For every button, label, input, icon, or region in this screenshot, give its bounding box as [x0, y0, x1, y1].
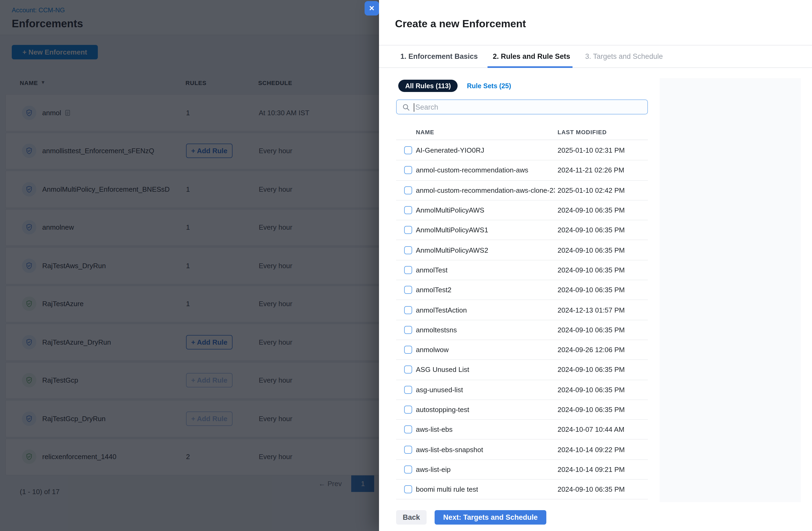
rule-checkbox[interactable]: [404, 226, 412, 234]
search-input[interactable]: [415, 100, 640, 114]
preview-panel: [659, 78, 801, 502]
rule-last-modified: 2024-09-10 06:35 PM: [557, 386, 625, 393]
rule-last-modified: 2025-01-10 02:42 PM: [557, 186, 625, 194]
rule-checkbox[interactable]: [404, 426, 412, 434]
rule-checkbox[interactable]: [404, 346, 412, 354]
rule-last-modified: 2024-09-10 06:35 PM: [557, 286, 625, 294]
rule-name: AI-Generated-YIO0RJ: [416, 146, 484, 154]
rule-name: anmolTest2: [416, 286, 451, 294]
rule-row[interactable]: anmol-custom-recommendation-aws-clone-23…: [396, 181, 648, 201]
rule-checkbox[interactable]: [404, 465, 412, 474]
rule-last-modified: 2024-11-21 02:26 PM: [557, 166, 624, 174]
rule-name: anmolwow: [416, 346, 449, 354]
rule-name: anmolTest: [416, 266, 448, 274]
rule-row[interactable]: asg-unused-list 2024-09-10 06:35 PM: [396, 380, 648, 400]
text-cursor: [414, 103, 414, 112]
rule-type-filter: All Rules (113) Rule Sets (25): [398, 80, 511, 92]
rule-name: anmol-custom-recommendation-aws-clone-23…: [416, 186, 555, 194]
rule-name: anmoltestsns: [416, 326, 457, 334]
rule-name: asg-unused-list: [416, 386, 463, 393]
rule-last-modified: 2025-01-10 02:31 PM: [557, 146, 625, 154]
rule-name: ASG Unused List: [416, 366, 469, 374]
rule-name: AnmolMultiPolicyAWS: [416, 206, 484, 214]
rule-name: boomi multi rule test: [416, 485, 478, 493]
rule-checkbox[interactable]: [404, 485, 412, 493]
rule-last-modified: 2024-09-10 06:35 PM: [557, 226, 625, 234]
rule-row[interactable]: AI-Generated-YIO0RJ 2025-01-10 02:31 PM: [396, 141, 648, 161]
rule-last-modified: 2024-09-10 06:35 PM: [557, 406, 625, 414]
rule-name: aws-list-eip: [416, 465, 451, 474]
rule-last-modified: 2024-09-10 06:35 PM: [557, 206, 625, 214]
rule-row[interactable]: aws-list-ebs 2024-10-07 10:44 AM: [396, 420, 648, 440]
rule-row[interactable]: anmolwow 2024-09-26 12:06 PM: [396, 340, 648, 360]
screen: Account: CCM-NG Enforcements + New Enfor…: [0, 0, 812, 531]
rule-row[interactable]: ASG Unused List 2024-09-10 06:35 PM: [396, 360, 648, 380]
rule-last-modified: 2024-09-10 06:35 PM: [557, 246, 625, 254]
next-button[interactable]: Next: Targets and Schedule: [435, 510, 546, 525]
rule-name: aws-list-ebs: [416, 426, 452, 434]
rule-checkbox[interactable]: [404, 286, 412, 294]
drawer-title: Create a new Enforcement: [395, 18, 526, 30]
close-icon[interactable]: ✕: [365, 1, 379, 15]
rule-checkbox[interactable]: [404, 186, 412, 194]
rule-checkbox[interactable]: [404, 246, 412, 254]
tab-enforcement-basics[interactable]: 1. Enforcement Basics: [399, 45, 479, 67]
create-enforcement-drawer: ✕ Create a new Enforcement 1. Enforcemen…: [379, 0, 812, 531]
rule-checkbox[interactable]: [404, 445, 412, 454]
rule-checkbox[interactable]: [404, 406, 412, 414]
rule-row[interactable]: aws-list-eip 2024-10-14 09:21 PM: [396, 460, 648, 480]
rule-checkbox[interactable]: [404, 146, 412, 154]
drawer-footer: Back Next: Targets and Schedule: [396, 510, 546, 525]
rule-checkbox[interactable]: [404, 366, 412, 374]
rule-last-modified: 2024-10-14 09:22 PM: [557, 445, 625, 454]
rule-row[interactable]: autostopping-test 2024-09-10 06:35 PM: [396, 400, 648, 420]
rule-row[interactable]: aws-list-ebs-snapshot 2024-10-14 09:22 P…: [396, 440, 648, 460]
all-rules-tab[interactable]: All Rules (113): [398, 80, 458, 92]
rule-last-modified: 2024-09-10 06:35 PM: [557, 366, 625, 374]
rule-list-header: NAME LAST MODIFIED: [396, 126, 648, 140]
rule-checkbox[interactable]: [404, 306, 412, 314]
rule-checkbox[interactable]: [404, 206, 412, 214]
rule-last-modified: 2024-09-10 06:35 PM: [557, 326, 625, 334]
rule-row[interactable]: anmolTest2 2024-09-10 06:35 PM: [396, 280, 648, 300]
search-icon: [402, 103, 410, 111]
rule-column-last-modified: LAST MODIFIED: [557, 129, 607, 135]
rule-row[interactable]: boomi multi rule test 2024-09-10 06:35 P…: [396, 480, 648, 500]
rule-column-name: NAME: [416, 129, 434, 135]
rule-last-modified: 2024-09-26 12:06 PM: [557, 346, 625, 354]
wizard-steps: 1. Enforcement Basics 2. Rules and Rule …: [379, 45, 812, 68]
rule-checkbox[interactable]: [404, 166, 412, 174]
rule-checkbox[interactable]: [404, 266, 412, 274]
rule-name: anmolTestAction: [416, 306, 467, 314]
rule-checkbox[interactable]: [404, 326, 412, 334]
rule-row[interactable]: AnmolMultiPolicyAWS 2024-09-10 06:35 PM: [396, 201, 648, 220]
back-button[interactable]: Back: [396, 510, 426, 525]
rule-row[interactable]: AnmolMultiPolicyAWS1 2024-09-10 06:35 PM: [396, 220, 648, 240]
tab-targets-and-schedule: 3. Targets and Schedule: [584, 45, 664, 67]
rule-name: autostopping-test: [416, 406, 469, 414]
rule-list: AI-Generated-YIO0RJ 2025-01-10 02:31 PM …: [396, 141, 648, 500]
rule-sets-tab[interactable]: Rule Sets (25): [467, 82, 511, 89]
rule-name: AnmolMultiPolicyAWS2: [416, 246, 488, 254]
tab-rules-and-rule-sets[interactable]: 2. Rules and Rule Sets: [492, 45, 571, 67]
rule-row[interactable]: anmoltestsns 2024-09-10 06:35 PM: [396, 320, 648, 340]
rule-row[interactable]: anmol-custom-recommendation-aws 2024-11-…: [396, 161, 648, 181]
rule-name: AnmolMultiPolicyAWS1: [416, 226, 488, 234]
rule-checkbox[interactable]: [404, 386, 412, 393]
search-box[interactable]: [396, 99, 648, 114]
rule-last-modified: 2024-09-10 06:35 PM: [557, 266, 625, 274]
rule-last-modified: 2024-10-14 09:21 PM: [557, 465, 625, 474]
rule-row[interactable]: AnmolMultiPolicyAWS2 2024-09-10 06:35 PM: [396, 240, 648, 260]
rule-name: anmol-custom-recommendation-aws: [416, 166, 528, 174]
rule-row[interactable]: anmolTest 2024-09-10 06:35 PM: [396, 260, 648, 281]
rule-name: aws-list-ebs-snapshot: [416, 445, 483, 454]
rule-row[interactable]: anmolTestAction 2024-12-13 01:57 PM: [396, 300, 648, 320]
rule-last-modified: 2024-09-10 06:35 PM: [557, 485, 625, 493]
rule-last-modified: 2024-10-07 10:44 AM: [557, 426, 624, 434]
rule-last-modified: 2024-12-13 01:57 PM: [557, 306, 625, 314]
